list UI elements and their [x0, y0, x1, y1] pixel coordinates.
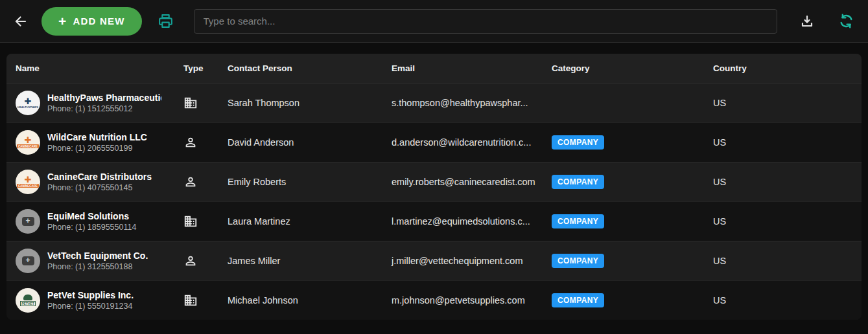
placeholder-avatar: + — [16, 209, 40, 234]
company-name: VetTech Equipment Co. — [47, 251, 148, 261]
country: US — [713, 177, 726, 187]
country-cell: US — [704, 202, 862, 241]
placeholder-avatar: + — [16, 249, 40, 273]
company-name: WildCare Nutrition LLC — [47, 132, 147, 142]
logo-cross-icon: ✚ — [25, 98, 32, 106]
name-cell: + VetTech Equipment Co. Phone: (1) 31255… — [6, 241, 174, 280]
search-input[interactable] — [194, 9, 777, 34]
type-cell — [174, 162, 218, 201]
refresh-button[interactable] — [837, 12, 855, 30]
contact-person-cell: Michael Johnson — [218, 281, 382, 320]
data-table: Name Type Contact Person Email Category … — [6, 54, 862, 320]
person-icon — [183, 175, 198, 189]
name-cell: ✚ HEALTHYPAWS HealthyPaws Pharmaceutic P… — [6, 84, 174, 122]
country-cell: US — [704, 281, 862, 320]
refresh-icon — [838, 13, 854, 29]
column-header-contact-person[interactable]: Contact Person — [218, 54, 382, 83]
add-new-label: ADD NEW — [73, 16, 124, 27]
table-header-row: Name Type Contact Person Email Category … — [6, 54, 862, 83]
building-icon — [183, 214, 198, 228]
email: d.anderson@wildcarenutrition.c... — [392, 137, 531, 148]
person-icon — [183, 135, 198, 150]
country: US — [713, 216, 726, 227]
contact-person: Sarah Thompson — [228, 98, 299, 108]
table-row[interactable]: ✚ HEALTHYPAWS HealthyPaws Pharmaceutic P… — [6, 83, 862, 122]
contact-person: Emily Roberts — [228, 177, 286, 187]
building-icon — [183, 96, 198, 110]
type-cell — [174, 281, 218, 320]
contact-person: Laura Martinez — [228, 216, 290, 227]
column-header-email[interactable]: Email — [382, 54, 543, 83]
person-icon — [183, 254, 198, 268]
download-icon — [799, 14, 815, 29]
phone-number: Phone: (1) 4075550145 — [47, 183, 152, 192]
company-avatar: ✚ HEALTHYPAWS — [16, 91, 40, 115]
phone-number: Phone: (1) 1512555012 — [47, 104, 161, 113]
country: US — [713, 137, 726, 148]
logo-text: PETVET — [20, 301, 35, 306]
column-header-country[interactable]: Country — [704, 54, 862, 83]
company-avatar: ✚ CANINECARE — [16, 170, 40, 194]
back-button[interactable] — [10, 11, 31, 32]
logo-text: CANINECARE — [17, 184, 38, 188]
contact-person-cell: David Anderson — [218, 123, 382, 162]
column-header-type[interactable]: Type — [174, 54, 218, 83]
category-badge: COMPANY — [552, 175, 604, 189]
email-cell: emily.roberts@caninecaredist.com — [382, 162, 543, 201]
contact-person: David Anderson — [228, 137, 294, 148]
category-badge: COMPANY — [552, 135, 604, 150]
phone-number: Phone: (1) 18595550114 — [47, 223, 136, 232]
category-cell: COMPANY — [543, 162, 704, 201]
country: US — [713, 256, 726, 266]
category-badge: COMPANY — [552, 293, 604, 307]
contact-person-cell: Emily Roberts — [218, 162, 382, 201]
type-cell — [174, 241, 218, 280]
table-row[interactable]: + VetTech Equipment Co. Phone: (1) 31255… — [6, 241, 862, 280]
contact-person-cell: Sarah Thompson — [218, 84, 382, 122]
country-cell: US — [704, 162, 862, 201]
column-header-name[interactable]: Name — [6, 54, 174, 83]
table-row[interactable]: ✚ CANINECARE CanineCare Distributors Pho… — [6, 162, 862, 201]
category-cell: COMPANY — [543, 202, 704, 241]
company-name: EquiMed Solutions — [47, 211, 136, 221]
email: m.johnson@petvetsupplies.com — [392, 295, 525, 306]
table-row[interactable]: + EquiMed Solutions Phone: (1) 185955501… — [6, 201, 862, 241]
camera-plus-icon: + — [22, 256, 34, 265]
column-header-category[interactable]: Category — [543, 54, 704, 83]
category-badge: COMPANY — [552, 254, 604, 268]
email-cell: j.miller@vettechequipment.com — [382, 241, 543, 280]
country: US — [713, 98, 726, 108]
email: j.miller@vettechequipment.com — [392, 256, 523, 266]
logo-text: CANINECARE — [17, 144, 38, 148]
type-cell — [174, 84, 218, 122]
email: s.thompson@healthypawsphar... — [392, 98, 528, 108]
company-avatar: PETVET — [16, 288, 40, 313]
country-cell: US — [704, 123, 862, 162]
company-name: PetVet Supplies Inc. — [47, 290, 134, 300]
print-button[interactable] — [156, 12, 176, 31]
category-cell: COMPANY — [543, 241, 704, 280]
logo-cross-icon: ✚ — [25, 176, 32, 184]
name-cell: ✚ CANINECARE WildCare Nutrition LLC Phon… — [6, 123, 174, 162]
contact-person: Michael Johnson — [228, 295, 298, 306]
country: US — [713, 295, 726, 306]
name-cell: + EquiMed Solutions Phone: (1) 185955501… — [6, 202, 174, 241]
name-cell: ✚ CANINECARE CanineCare Distributors Pho… — [6, 162, 174, 201]
email: l.martinez@equimedsolutions.c... — [392, 216, 530, 227]
email-cell: d.anderson@wildcarenutrition.c... — [382, 123, 543, 162]
add-new-button[interactable]: + ADD NEW — [41, 7, 142, 36]
category-cell — [543, 84, 704, 122]
phone-number: Phone: (1) 2065550199 — [47, 144, 147, 153]
company-name: CanineCare Distributors — [47, 172, 152, 182]
country-cell: US — [704, 241, 862, 280]
phone-number: Phone: (1) 3125550188 — [47, 262, 148, 271]
table-row[interactable]: ✚ CANINECARE WildCare Nutrition LLC Phon… — [6, 122, 862, 162]
table-row[interactable]: PETVET PetVet Supplies Inc. Phone: (1) 5… — [6, 280, 862, 320]
dog-logo-icon — [23, 295, 32, 301]
logo-text: HEALTHYPAWS — [18, 106, 38, 109]
plus-icon: + — [58, 14, 67, 28]
camera-plus-icon: + — [22, 217, 34, 226]
download-button[interactable] — [798, 12, 816, 30]
printer-icon — [158, 13, 174, 29]
country-cell: US — [704, 84, 862, 122]
